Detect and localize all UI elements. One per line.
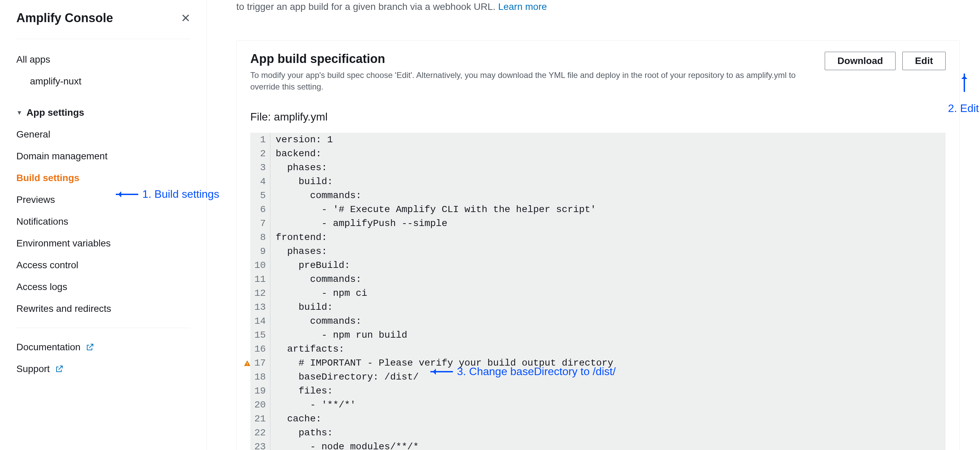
- nav-app-name[interactable]: amplify-nuxt: [16, 70, 190, 92]
- main-content: to trigger an app build for a given bran…: [207, 0, 980, 450]
- sidebar-item-general[interactable]: General: [16, 124, 190, 145]
- code-gutter: 123456789101112131415161718192021222324: [250, 133, 270, 450]
- gutter-line: 7: [255, 216, 266, 231]
- gutter-line: 5: [255, 189, 266, 202]
- sidebar-item-environment-variables[interactable]: Environment variables: [16, 232, 190, 254]
- build-spec-panel: App build specification To modify your a…: [236, 40, 959, 450]
- banner-fragment: to trigger an app build for a given bran…: [236, 0, 980, 13]
- sidebar: Amplify Console ✕ All apps amplify-nuxt …: [0, 0, 207, 450]
- sidebar-title: Amplify Console: [16, 11, 113, 25]
- gutter-line: 9: [255, 245, 266, 258]
- panel-title: App build specification: [250, 52, 811, 66]
- gutter-line: 13: [255, 300, 266, 314]
- gutter-line: 1: [255, 133, 266, 147]
- svg-rect-0: [247, 363, 248, 364]
- caret-down-icon: ▼: [16, 102, 22, 124]
- sidebar-item-access-control[interactable]: Access control: [16, 254, 190, 276]
- sidebar-item-previews[interactable]: Previews: [16, 189, 190, 211]
- sidebar-item-access-logs[interactable]: Access logs: [16, 276, 190, 298]
- sidebar-item-domain-management[interactable]: Domain management: [16, 145, 190, 167]
- svg-rect-1: [247, 365, 248, 366]
- download-button[interactable]: Download: [825, 52, 896, 70]
- code-body: version: 1 backend: phases: build: comma…: [270, 133, 619, 450]
- gutter-line: 2: [255, 147, 266, 161]
- gutter-line: 4: [255, 175, 266, 189]
- gutter-line: 8: [255, 231, 266, 245]
- file-label: File: amplify.yml: [237, 102, 959, 133]
- gutter-line: 22: [255, 426, 266, 440]
- link-documentation-label: Documentation: [16, 336, 80, 358]
- sidebar-item-rewrites-and-redirects[interactable]: Rewrites and redirects: [16, 298, 190, 320]
- gutter-line: 6: [255, 202, 266, 216]
- gutter-line: 3: [255, 161, 266, 175]
- section-label: App settings: [27, 102, 84, 124]
- arrow-up-icon: [964, 73, 965, 92]
- gutter-line: 18: [255, 370, 266, 384]
- code-editor[interactable]: 123456789101112131415161718192021222324 …: [250, 133, 946, 450]
- gutter-line: 20: [255, 398, 266, 412]
- section-toggle-app-settings[interactable]: ▼ App settings: [16, 102, 190, 124]
- gutter-line: 19: [255, 384, 266, 398]
- divider: [16, 328, 190, 328]
- close-icon[interactable]: ✕: [181, 12, 190, 24]
- link-support-label: Support: [16, 358, 50, 380]
- link-support[interactable]: Support: [16, 358, 190, 380]
- sidebar-item-build-settings[interactable]: Build settings: [16, 167, 190, 189]
- link-documentation[interactable]: Documentation: [16, 336, 190, 358]
- gutter-line: 14: [255, 314, 266, 328]
- gutter-line: 23: [255, 440, 266, 450]
- external-link-icon: [86, 343, 94, 351]
- gutter-line: 16: [255, 342, 266, 356]
- gutter-line: 21: [255, 412, 266, 426]
- gutter-line: 11: [255, 272, 266, 286]
- nav-all-apps[interactable]: All apps: [16, 49, 190, 70]
- warning-icon: [243, 359, 251, 367]
- gutter-line: 12: [255, 286, 266, 300]
- banner-learn-more-link[interactable]: Learn more: [498, 2, 547, 12]
- gutter-line: 15: [255, 328, 266, 342]
- banner-text: to trigger an app build for a given bran…: [236, 2, 498, 12]
- gutter-line: 10: [255, 258, 266, 272]
- panel-description: To modify your app's build spec choose '…: [250, 70, 811, 92]
- external-link-icon: [55, 365, 63, 373]
- sidebar-item-notifications[interactable]: Notifications: [16, 211, 190, 232]
- gutter-line: 17: [255, 356, 266, 370]
- edit-button[interactable]: Edit: [902, 52, 946, 70]
